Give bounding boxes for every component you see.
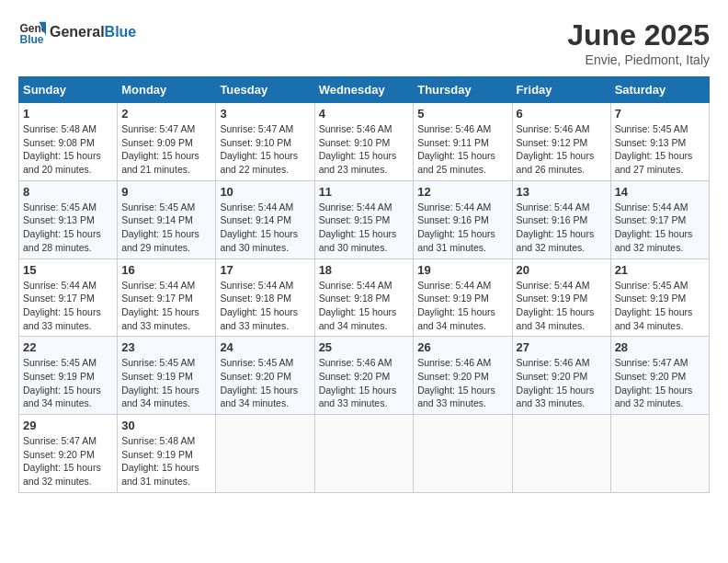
day-info: Sunrise: 5:44 AM Sunset: 9:19 PM Dayligh… bbox=[417, 279, 507, 333]
day-info: Sunrise: 5:48 AM Sunset: 9:19 PM Dayligh… bbox=[121, 434, 211, 488]
calendar-cell: 30 Sunrise: 5:48 AM Sunset: 9:19 PM Dayl… bbox=[118, 415, 216, 493]
main-title: June 2025 bbox=[567, 18, 710, 52]
day-info: Sunrise: 5:44 AM Sunset: 9:15 PM Dayligh… bbox=[319, 201, 410, 255]
day-info: Sunrise: 5:47 AM Sunset: 9:10 PM Dayligh… bbox=[220, 122, 310, 177]
col-monday: Monday bbox=[118, 77, 216, 103]
col-thursday: Thursday bbox=[414, 77, 512, 103]
day-number: 14 bbox=[615, 185, 705, 199]
day-number: 5 bbox=[417, 107, 507, 121]
calendar-cell: 3 Sunrise: 5:47 AM Sunset: 9:10 PM Dayli… bbox=[216, 103, 314, 181]
day-info: Sunrise: 5:45 AM Sunset: 9:19 PM Dayligh… bbox=[121, 356, 211, 410]
logo: General Blue GeneralBlue bbox=[18, 18, 136, 46]
day-number: 6 bbox=[517, 107, 607, 121]
day-number: 16 bbox=[121, 263, 211, 277]
col-sunday: Sunday bbox=[19, 77, 118, 103]
day-info: Sunrise: 5:46 AM Sunset: 9:20 PM Dayligh… bbox=[517, 356, 607, 410]
svg-text:Blue: Blue bbox=[20, 33, 44, 46]
logo-general: General bbox=[50, 24, 105, 40]
calendar-cell: 14 Sunrise: 5:44 AM Sunset: 9:17 PM Dayl… bbox=[610, 180, 709, 259]
col-saturday: Saturday bbox=[610, 77, 709, 103]
col-tuesday: Tuesday bbox=[216, 77, 314, 103]
day-number: 11 bbox=[319, 185, 410, 199]
calendar-cell: 5 Sunrise: 5:46 AM Sunset: 9:11 PM Dayli… bbox=[414, 103, 512, 181]
day-info: Sunrise: 5:46 AM Sunset: 9:12 PM Dayligh… bbox=[517, 122, 607, 177]
subtitle: Envie, Piedmont, Italy bbox=[567, 52, 710, 67]
calendar-cell: 10 Sunrise: 5:44 AM Sunset: 9:14 PM Dayl… bbox=[216, 180, 314, 259]
day-number: 13 bbox=[517, 185, 607, 199]
day-number: 1 bbox=[23, 107, 113, 121]
calendar-cell bbox=[414, 415, 512, 493]
day-info: Sunrise: 5:44 AM Sunset: 9:16 PM Dayligh… bbox=[417, 201, 507, 255]
calendar-cell: 20 Sunrise: 5:44 AM Sunset: 9:19 PM Dayl… bbox=[512, 259, 610, 337]
calendar-cell: 11 Sunrise: 5:44 AM Sunset: 9:15 PM Dayl… bbox=[314, 180, 414, 259]
day-info: Sunrise: 5:44 AM Sunset: 9:17 PM Dayligh… bbox=[121, 279, 211, 333]
calendar-cell: 15 Sunrise: 5:44 AM Sunset: 9:17 PM Dayl… bbox=[19, 259, 118, 337]
calendar-cell bbox=[314, 415, 414, 493]
col-wednesday: Wednesday bbox=[314, 77, 414, 103]
day-info: Sunrise: 5:46 AM Sunset: 9:20 PM Dayligh… bbox=[319, 356, 410, 410]
day-number: 18 bbox=[319, 263, 410, 277]
day-number: 23 bbox=[121, 340, 211, 354]
day-number: 28 bbox=[615, 340, 705, 354]
calendar-cell: 24 Sunrise: 5:45 AM Sunset: 9:20 PM Dayl… bbox=[216, 337, 314, 415]
day-number: 27 bbox=[517, 340, 607, 354]
calendar-cell: 22 Sunrise: 5:45 AM Sunset: 9:19 PM Dayl… bbox=[19, 337, 118, 415]
day-number: 21 bbox=[615, 263, 705, 277]
calendar-cell: 16 Sunrise: 5:44 AM Sunset: 9:17 PM Dayl… bbox=[118, 259, 216, 337]
day-number: 17 bbox=[220, 263, 310, 277]
day-number: 2 bbox=[121, 107, 211, 121]
calendar-cell: 9 Sunrise: 5:45 AM Sunset: 9:14 PM Dayli… bbox=[118, 180, 216, 259]
day-number: 22 bbox=[23, 340, 113, 354]
logo-icon: General Blue bbox=[18, 18, 46, 46]
title-area: June 2025 Envie, Piedmont, Italy bbox=[567, 18, 710, 67]
day-info: Sunrise: 5:45 AM Sunset: 9:14 PM Dayligh… bbox=[121, 201, 211, 255]
logo-blue: Blue bbox=[105, 24, 137, 40]
calendar-cell: 1 Sunrise: 5:48 AM Sunset: 9:08 PM Dayli… bbox=[19, 103, 118, 181]
day-info: Sunrise: 5:44 AM Sunset: 9:17 PM Dayligh… bbox=[615, 201, 705, 255]
day-info: Sunrise: 5:47 AM Sunset: 9:20 PM Dayligh… bbox=[23, 434, 113, 488]
day-number: 12 bbox=[417, 185, 507, 199]
calendar-cell: 26 Sunrise: 5:46 AM Sunset: 9:20 PM Dayl… bbox=[414, 337, 512, 415]
day-info: Sunrise: 5:45 AM Sunset: 9:20 PM Dayligh… bbox=[220, 356, 310, 410]
day-info: Sunrise: 5:47 AM Sunset: 9:09 PM Dayligh… bbox=[121, 122, 211, 177]
day-number: 4 bbox=[319, 107, 410, 121]
day-info: Sunrise: 5:46 AM Sunset: 9:10 PM Dayligh… bbox=[319, 122, 410, 177]
calendar-cell: 29 Sunrise: 5:47 AM Sunset: 9:20 PM Dayl… bbox=[19, 415, 118, 493]
day-number: 3 bbox=[220, 107, 310, 121]
day-number: 29 bbox=[23, 419, 113, 432]
day-number: 19 bbox=[417, 263, 507, 277]
calendar-cell: 28 Sunrise: 5:47 AM Sunset: 9:20 PM Dayl… bbox=[610, 337, 709, 415]
day-number: 30 bbox=[121, 419, 211, 432]
day-number: 26 bbox=[417, 340, 507, 354]
day-info: Sunrise: 5:46 AM Sunset: 9:20 PM Dayligh… bbox=[417, 356, 507, 410]
day-info: Sunrise: 5:44 AM Sunset: 9:19 PM Dayligh… bbox=[517, 279, 607, 333]
day-number: 7 bbox=[615, 107, 705, 121]
calendar-cell: 6 Sunrise: 5:46 AM Sunset: 9:12 PM Dayli… bbox=[512, 103, 610, 181]
day-info: Sunrise: 5:45 AM Sunset: 9:19 PM Dayligh… bbox=[23, 356, 113, 410]
calendar-cell: 27 Sunrise: 5:46 AM Sunset: 9:20 PM Dayl… bbox=[512, 337, 610, 415]
calendar-cell: 23 Sunrise: 5:45 AM Sunset: 9:19 PM Dayl… bbox=[118, 337, 216, 415]
calendar-cell: 2 Sunrise: 5:47 AM Sunset: 9:09 PM Dayli… bbox=[118, 103, 216, 181]
day-number: 8 bbox=[23, 185, 113, 199]
calendar-cell bbox=[216, 415, 314, 493]
calendar-cell: 21 Sunrise: 5:45 AM Sunset: 9:19 PM Dayl… bbox=[610, 259, 709, 337]
day-info: Sunrise: 5:44 AM Sunset: 9:14 PM Dayligh… bbox=[220, 201, 310, 255]
calendar-cell: 18 Sunrise: 5:44 AM Sunset: 9:18 PM Dayl… bbox=[314, 259, 414, 337]
day-number: 25 bbox=[319, 340, 410, 354]
day-info: Sunrise: 5:45 AM Sunset: 9:19 PM Dayligh… bbox=[615, 279, 705, 333]
day-info: Sunrise: 5:48 AM Sunset: 9:08 PM Dayligh… bbox=[23, 122, 113, 177]
day-number: 15 bbox=[23, 263, 113, 277]
calendar-cell bbox=[610, 415, 709, 493]
day-info: Sunrise: 5:44 AM Sunset: 9:17 PM Dayligh… bbox=[23, 279, 113, 333]
calendar-cell: 4 Sunrise: 5:46 AM Sunset: 9:10 PM Dayli… bbox=[314, 103, 414, 181]
calendar-cell bbox=[512, 415, 610, 493]
day-info: Sunrise: 5:47 AM Sunset: 9:20 PM Dayligh… bbox=[615, 356, 705, 410]
day-number: 24 bbox=[220, 340, 310, 354]
day-info: Sunrise: 5:45 AM Sunset: 9:13 PM Dayligh… bbox=[615, 122, 705, 177]
day-number: 9 bbox=[121, 185, 211, 199]
header: General Blue GeneralBlue June 2025 Envie… bbox=[18, 18, 710, 67]
day-info: Sunrise: 5:44 AM Sunset: 9:16 PM Dayligh… bbox=[517, 201, 607, 255]
day-number: 10 bbox=[220, 185, 310, 199]
calendar-cell: 19 Sunrise: 5:44 AM Sunset: 9:19 PM Dayl… bbox=[414, 259, 512, 337]
calendar-cell: 17 Sunrise: 5:44 AM Sunset: 9:18 PM Dayl… bbox=[216, 259, 314, 337]
